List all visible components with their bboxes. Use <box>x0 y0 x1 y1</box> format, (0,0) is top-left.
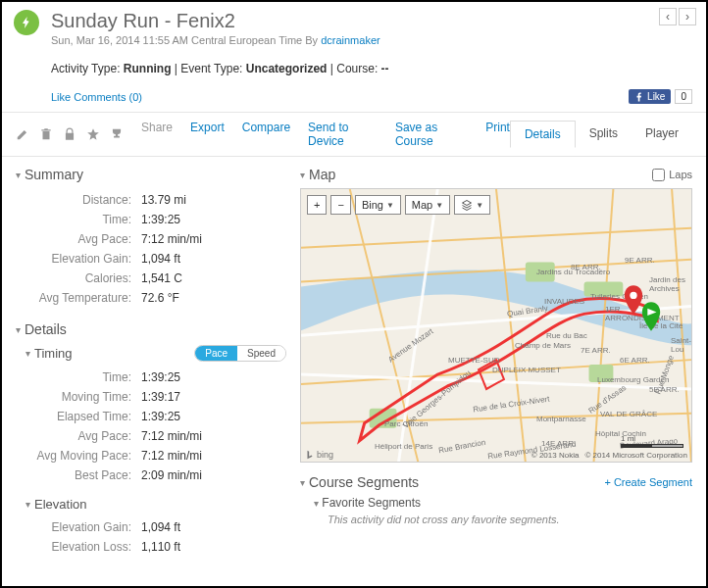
laps-checkbox[interactable]: Laps <box>652 169 692 181</box>
favorite-segments-empty: This activity did not cross any favorite… <box>328 514 692 525</box>
stat-label: Elapsed Time: <box>24 410 141 423</box>
bing-logo: bing <box>305 450 333 460</box>
stat-row: Best Pace:2:09 min/mi <box>24 466 286 485</box>
page-title: Sunday Run - Fenix2 <box>51 10 692 32</box>
share-link[interactable]: Share <box>141 121 173 148</box>
stat-row: Time:1:39:25 <box>24 210 286 229</box>
facebook-icon <box>634 92 644 102</box>
activity-meta: Activity Type: Running | Event Type: Unc… <box>51 62 692 75</box>
stat-label: Distance: <box>24 193 141 207</box>
delete-icon[interactable] <box>39 127 53 141</box>
print-link[interactable]: Print <box>485 121 510 148</box>
next-activity-button[interactable]: › <box>679 8 696 25</box>
collapse-icon: ▾ <box>16 324 21 335</box>
stat-value: 1,094 ft <box>141 520 180 534</box>
stat-label: Calories: <box>24 271 141 285</box>
favorite-segments-header[interactable]: ▾ Favorite Segments <box>314 496 692 510</box>
send-device-link[interactable]: Send to Device <box>308 121 378 148</box>
stat-label: Avg Moving Pace: <box>24 449 141 463</box>
tab-player[interactable]: Player <box>632 121 692 148</box>
save-course-link[interactable]: Save as Course <box>395 121 468 148</box>
stat-row: Avg Pace:7:12 min/mi <box>24 426 286 446</box>
stat-label: Time: <box>24 213 141 226</box>
create-segment-link[interactable]: + Create Segment <box>604 476 692 488</box>
stat-row: Avg Pace:7:12 min/mi <box>24 229 286 249</box>
speed-toggle[interactable]: Speed <box>237 346 285 361</box>
author-link[interactable]: dcrainmaker <box>321 34 380 46</box>
prev-activity-button[interactable]: ‹ <box>659 8 677 25</box>
stat-row: Elevation Gain:1,094 ft <box>24 517 286 537</box>
details-header[interactable]: ▾ Details <box>16 321 286 337</box>
facebook-like-count: 0 <box>675 89 692 104</box>
stat-row: Moving Time:1:39:17 <box>24 387 286 407</box>
stat-row: Distance:13.79 mi <box>24 190 286 210</box>
stat-row: Avg Moving Pace:7:12 min/mi <box>24 446 286 466</box>
stat-row: Elevation Gain:1,094 ft <box>24 249 286 269</box>
stat-value: 1:39:25 <box>141 213 180 226</box>
stat-label: Moving Time: <box>24 390 141 404</box>
facebook-like-button[interactable]: Like <box>629 89 671 104</box>
favorite-icon[interactable] <box>86 127 100 141</box>
stat-value: 1:39:25 <box>141 370 180 384</box>
stat-value: 1,110 ft <box>141 540 180 554</box>
stat-value: 72.6 °F <box>141 291 179 305</box>
map-attribution: © 2013 Nokia© 2014 Microsoft Corporation <box>531 451 687 460</box>
page-subtitle: Sun, Mar 16, 2014 11:55 AM Central Europ… <box>51 34 692 46</box>
tab-details[interactable]: Details <box>510 121 576 148</box>
svg-point-5 <box>630 292 636 299</box>
lock-icon[interactable] <box>63 127 76 141</box>
stat-row: Avg Temperature:72.6 °F <box>24 288 286 308</box>
collapse-icon: ▾ <box>16 170 21 180</box>
activity-badge <box>14 10 39 35</box>
compare-link[interactable]: Compare <box>242 121 290 148</box>
zoom-in-button[interactable]: + <box>307 195 327 215</box>
pace-toggle[interactable]: Pace <box>195 346 237 361</box>
stat-value: 13.79 mi <box>141 193 186 207</box>
svg-rect-2 <box>584 282 624 297</box>
timing-header[interactable]: Timing <box>34 346 73 361</box>
map-container[interactable]: + − Bing▼ Map▼ ▼ <box>300 188 692 463</box>
layers-button[interactable]: ▼ <box>454 195 490 215</box>
segments-header[interactable]: ▾ Course Segments <box>300 474 419 490</box>
stat-value: 2:09 min/mi <box>141 468 202 482</box>
stat-label: Elevation Gain: <box>24 252 141 266</box>
edit-icon[interactable] <box>16 127 29 141</box>
stat-label: Elevation Loss: <box>24 540 141 554</box>
stat-label: Time: <box>24 370 141 384</box>
stat-value: 1,541 C <box>141 271 182 285</box>
stat-value: 7:12 min/mi <box>141 449 202 463</box>
trophy-icon[interactable] <box>110 127 124 141</box>
map-header[interactable]: ▾ Map <box>300 167 335 182</box>
export-link[interactable]: Export <box>190 121 225 148</box>
stat-value: 7:12 min/mi <box>141 232 202 246</box>
collapse-icon: ▾ <box>25 499 30 510</box>
stat-label: Avg Pace: <box>24 429 141 443</box>
stat-row: Elapsed Time:1:39:25 <box>24 407 286 426</box>
stat-label: Elevation Gain: <box>24 520 141 534</box>
summary-header[interactable]: ▾ Summary <box>16 167 286 182</box>
stat-value: 1:39:17 <box>141 390 180 404</box>
svg-rect-3 <box>589 365 614 382</box>
stat-value: 7:12 min/mi <box>141 429 202 443</box>
elevation-header[interactable]: Elevation <box>34 497 86 512</box>
stat-row: Time:1:39:25 <box>24 368 286 387</box>
map-canvas <box>301 189 691 463</box>
collapse-icon: ▾ <box>300 170 305 180</box>
tab-splits[interactable]: Splits <box>576 121 632 148</box>
stat-row: Elevation Loss:1,110 ft <box>24 537 286 557</box>
layers-icon <box>461 199 473 211</box>
stat-row: Calories:1,541 C <box>24 269 286 288</box>
stat-value: 1:39:25 <box>141 410 180 423</box>
collapse-icon: ▾ <box>314 498 319 509</box>
stat-label: Avg Temperature: <box>24 291 141 305</box>
zoom-out-button[interactable]: − <box>330 195 350 215</box>
svg-rect-1 <box>526 263 555 282</box>
stat-value: 1,094 ft <box>141 252 180 266</box>
map-type-button[interactable]: Map▼ <box>405 195 450 215</box>
stat-label: Best Pace: <box>24 468 141 482</box>
start-pin-icon <box>640 302 662 331</box>
like-comments-link[interactable]: Like Comments (0) <box>51 91 142 103</box>
map-provider-button[interactable]: Bing▼ <box>355 195 401 215</box>
collapse-icon: ▾ <box>300 477 305 488</box>
map-scale: 1 mi <box>621 434 683 448</box>
